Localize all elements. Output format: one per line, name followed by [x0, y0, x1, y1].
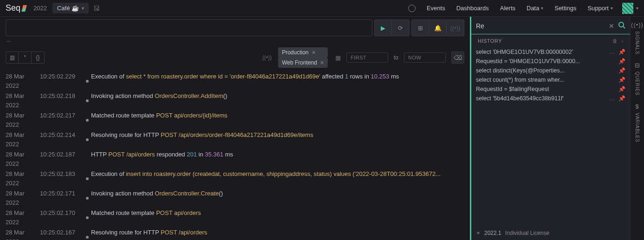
nav-events[interactable]: Events	[421, 5, 451, 12]
sparkle-icon: ✦	[476, 230, 481, 236]
nav-settings[interactable]: Settings	[549, 5, 582, 12]
pin-icon[interactable]: 📌	[617, 95, 625, 102]
event-row[interactable]: 28 Mar 202210:25:02.170Matched route tem…	[3, 208, 467, 227]
event-message: Matched route template POST api/orders	[91, 208, 464, 227]
ellipsis-icon[interactable]: …	[607, 95, 617, 102]
event-date: 28 Mar 2022	[6, 111, 39, 130]
right-panel: ✕ HISTORY 🗑 › select '0HMGE1O1UV7VB:0000…	[470, 17, 630, 240]
history-item[interactable]: select '0HMGE1O1UV7VB:00000002' …📌	[471, 47, 630, 57]
chevron-down-icon: ▾	[82, 6, 84, 11]
grid-button[interactable]: ⊞	[411, 19, 429, 36]
event-row[interactable]: 28 Mar 202210:25:02.187HTTP POST /api/or…	[3, 149, 467, 169]
license-label: Individual License	[505, 230, 549, 236]
pin-icon[interactable]: 📌	[617, 58, 625, 65]
remove-tag-icon[interactable]: ✕	[312, 50, 316, 56]
event-message: Execution of select * from roastery.orde…	[91, 72, 464, 91]
theme-toggle-icon[interactable]	[408, 5, 416, 12]
event-time: 10:25:02.170	[39, 208, 84, 227]
pin-icon[interactable]: 📌	[617, 86, 625, 92]
clear-search-icon[interactable]: ✕	[609, 22, 614, 30]
delete-history-icon[interactable]: 🗑	[611, 38, 620, 44]
from-input[interactable]	[346, 52, 388, 63]
variables-icon: $	[635, 103, 639, 110]
event-date: 28 Mar 2022	[6, 72, 39, 91]
event-row[interactable]: 28 Mar 202210:25:02.171Invoking action m…	[3, 188, 467, 208]
query-input[interactable]	[6, 19, 372, 36]
filter-tag[interactable]: Web Frontend✕	[278, 58, 328, 68]
rail-queries[interactable]: ⊟QUERIES	[635, 62, 640, 96]
event-row[interactable]: 28 Mar 202210:25:02.229Execution of sele…	[3, 71, 467, 91]
footer: ✦ 2022.1 Individual License	[471, 226, 630, 240]
event-dot	[84, 228, 91, 240]
event-message: Resolving route for HTTP POST /api/order…	[91, 130, 464, 149]
user-menu-chevron-icon[interactable]: ▾	[636, 6, 638, 11]
event-date: 28 Mar 2022	[6, 208, 39, 227]
event-message: Resolving route for HTTP POST /api/order…	[91, 228, 464, 240]
event-dot	[84, 150, 91, 169]
event-dot	[84, 91, 91, 110]
event-message: Invoking action method OrdersController.…	[91, 91, 464, 110]
clear-date-button[interactable]: ⌫	[451, 52, 464, 64]
history-item[interactable]: RequestId = '0HMGE1O1UV7VB:0000...📌	[471, 57, 630, 66]
calendar-icon[interactable]: ▦	[335, 54, 341, 61]
event-time: 10:25:02.167	[39, 228, 84, 240]
event-time: 10:25:02.218	[39, 91, 84, 110]
nav-support[interactable]: Support ▾	[582, 5, 618, 12]
event-row[interactable]: 28 Mar 202210:25:02.214Resolving route f…	[3, 130, 467, 149]
history-item[interactable]: RequestId = $failingRequest📌	[471, 84, 630, 94]
ellipsis-icon[interactable]: …	[607, 49, 617, 55]
event-row[interactable]: 28 Mar 202210:25:02.218Invoking action m…	[3, 91, 467, 110]
avatar[interactable]	[622, 3, 633, 14]
signals-icon: ((•))	[631, 21, 644, 28]
rail-signals[interactable]: ((•))SIGNALS	[631, 21, 644, 54]
history-item[interactable]: select count(*) from stream wher...📌	[471, 75, 630, 84]
expand-history-icon[interactable]: ›	[620, 38, 625, 44]
svg-line-1	[623, 26, 625, 28]
event-row[interactable]: 28 Mar 202210:25:02.183Execution of inse…	[3, 169, 467, 188]
topbar: Seq 2022 Café ☕▾ 🖫 Events Dashboards Ale…	[0, 0, 644, 17]
nav-dashboards[interactable]: Dashboards	[451, 5, 494, 12]
workspace-select[interactable]: Café ☕▾	[52, 3, 89, 13]
history-label: HISTORY	[476, 38, 504, 44]
right-search-input[interactable]	[476, 22, 605, 30]
bell-button[interactable]: 🔔	[429, 19, 447, 36]
quote-button[interactable]: ❜	[19, 52, 32, 64]
save-icon[interactable]: 🖫	[93, 5, 100, 12]
event-date: 28 Mar 2022	[6, 228, 39, 240]
event-row[interactable]: 28 Mar 202210:25:02.167Resolving route f…	[3, 227, 467, 240]
run-button[interactable]: ▶	[374, 19, 392, 36]
events-list[interactable]: 28 Mar 202210:25:02.229Execution of sele…	[0, 71, 470, 240]
event-date: 28 Mar 2022	[6, 150, 39, 169]
rail-variables[interactable]: $VARIABLES	[635, 103, 640, 143]
queries-icon: ⊟	[635, 62, 640, 69]
event-time: 10:25:02.171	[39, 189, 84, 208]
chevron-down-icon: ▾	[611, 6, 613, 11]
search-icon[interactable]	[618, 21, 625, 30]
event-message: Invoking action method OrdersController.…	[91, 189, 464, 208]
to-input[interactable]	[404, 52, 446, 63]
filter-tag[interactable]: Production✕	[278, 47, 328, 58]
event-dot	[84, 111, 91, 130]
pin-icon[interactable]: 📌	[617, 67, 625, 74]
event-time: 10:25:02.214	[39, 130, 84, 149]
nav-data[interactable]: Data ▾	[521, 5, 549, 12]
refresh-button[interactable]: ⟳	[392, 19, 410, 36]
history-item[interactable]: select '5b4d14be63549cc38b911f' …📌	[471, 94, 630, 103]
version-label: 2022.1	[484, 230, 501, 236]
pin-icon[interactable]: 📌	[617, 49, 625, 55]
nav-alerts[interactable]: Alerts	[494, 5, 521, 12]
logo-accent-icon	[21, 5, 27, 12]
braces-button[interactable]: {}	[32, 52, 45, 64]
pin-icon[interactable]: 📌	[617, 77, 625, 83]
event-time: 10:25:02.187	[39, 150, 84, 169]
event-dot	[84, 189, 91, 208]
to-label: to	[391, 54, 401, 61]
event-dot	[84, 72, 91, 91]
remove-tag-icon[interactable]: ✕	[320, 60, 324, 66]
event-row[interactable]: 28 Mar 202210:25:02.217Matched route tem…	[3, 110, 467, 130]
history-item[interactable]: select distinct(Keys(@Properties...📌	[471, 66, 630, 75]
chart-button[interactable]: ▥	[6, 52, 19, 64]
broadcast-button[interactable]: ((•))	[447, 19, 464, 36]
event-date: 28 Mar 2022	[6, 130, 39, 149]
event-date: 28 Mar 2022	[6, 189, 39, 208]
